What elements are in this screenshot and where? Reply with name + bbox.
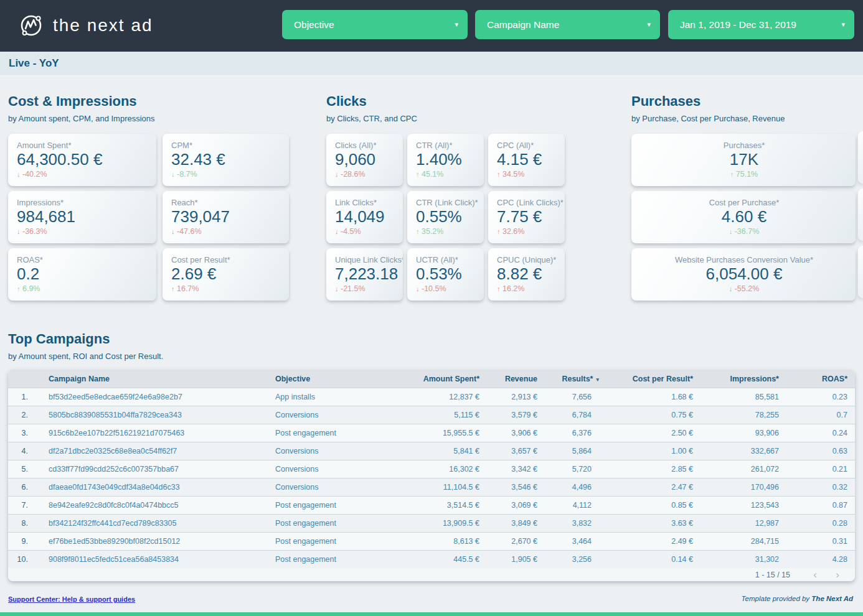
kpi-delta: ↑ 45.1% (416, 170, 476, 179)
row-number: 10. (8, 555, 36, 564)
results-cell: 3,256 (537, 555, 600, 564)
cost-per-result-cell: 0.14 € (600, 555, 693, 564)
pagination-next-icon[interactable]: › (826, 569, 849, 580)
row-number: 4. (8, 447, 36, 455)
kpi-card: CPM*32.43 €↓ -8.7% (163, 134, 289, 186)
date-range-dropdown[interactable]: Jan 1, 2019 - Dec 31, 2019 ▾ (668, 10, 854, 39)
arrow-down-icon: ↓ (729, 285, 733, 292)
table-header-row: Campaign NameObjectiveAmount Spent*Reven… (8, 370, 855, 388)
kpi-value: 8.82 € (497, 265, 557, 283)
campaign-name-cell: df2a71dbc2e0325c68e8ea0c54ff62f7 (36, 447, 267, 455)
campaign-name-cell: bf342124f32ffc441cd7ecd789c83305 (36, 519, 267, 528)
table-body: 1.bf53d2eed5e8edcae659f24e6a98e2b7App in… (8, 388, 855, 568)
table-row: 5.cd33ff77fd99cdd252c6c007357bba67Conver… (8, 460, 855, 478)
arrow-down-icon: ↓ (17, 170, 21, 178)
arrow-down-icon: ↓ (729, 228, 733, 235)
cost-per-result-cell: 3.63 € (600, 519, 693, 528)
objective-cell: Conversions (267, 447, 382, 455)
table-row: 9.ef76be1ed53bbe89290bf08f2cd15012Post e… (8, 532, 855, 550)
roas-cell: 0.31 (779, 537, 855, 546)
cost-per-result-cell: 1.00 € (600, 447, 693, 455)
column-header-objective[interactable]: Objective (267, 375, 382, 383)
impressions-cell: 332,667 (693, 447, 779, 455)
section-subtitle: by Amount spent, CPM, and Impressions (8, 114, 289, 123)
table-row: 8.bf342124f32ffc441cd7ecd789c83305Post e… (8, 514, 855, 532)
column-header-campaign-name[interactable]: Campaign Name (36, 375, 267, 383)
kpi-value: 32.43 € (171, 151, 281, 169)
kpi-delta: ↓ -10.5% (416, 284, 476, 293)
column-header-revenue[interactable]: Revenue (479, 375, 537, 383)
arrow-down-icon: ↓ (335, 285, 339, 292)
amount-spent-cell: 11,104.5 € (382, 483, 479, 492)
campaign-name-cell: 915c6b2ee107b22f51621921d7075463 (36, 429, 267, 437)
kpi-delta: ↓ -21.5% (335, 284, 395, 293)
table-row: 7.8e942eafe92c8d0fc8c0f4a0474bbcc5Post e… (8, 496, 855, 514)
column-header-cost-per-result[interactable]: Cost per Result* (600, 375, 693, 383)
revenue-cell: 1,905 € (479, 555, 537, 564)
column-header-roas[interactable]: ROAS* (779, 375, 855, 383)
kpi-card-grid: Purchases*17K↑ 75.1%Cost per Purchase*4.… (631, 134, 856, 301)
impressions-cell: 93,906 (693, 429, 779, 437)
revenue-cell: 2,670 € (479, 537, 537, 546)
support-center-link[interactable]: Support Center: Help & support guides (8, 595, 135, 603)
table-row: 6.dfaeae0fd1743e049cdf34a8e04d6c33Conver… (8, 478, 855, 496)
revenue-cell: 3,546 € (479, 483, 537, 492)
campaign-name-cell: dfaeae0fd1743e049cdf34a8e04d6c33 (36, 483, 267, 492)
section-subtitle: by Purchase, Cost per Purchase, Revenue (631, 114, 856, 123)
kpi-value: 7.75 € (497, 208, 557, 226)
arrow-up-icon: ↑ (497, 170, 501, 178)
revenue-cell: 3,579 € (479, 411, 537, 419)
kpi-card: Impressions*984,681↓ -36.3% (8, 191, 156, 243)
arrow-up-icon: ↑ (171, 285, 175, 292)
revenue-cell: 3,906 € (479, 429, 537, 437)
column-header-impressions[interactable]: Impressions* (693, 375, 779, 383)
kpi-value: 0.53% (416, 265, 476, 283)
kpi-delta: ↓ -55.2% (640, 284, 848, 293)
revenue-cell: 2,913 € (479, 393, 537, 401)
arrow-down-icon: ↓ (17, 228, 21, 235)
cost-per-result-cell: 2.49 € (600, 537, 693, 546)
kpi-delta: ↑ 35.2% (416, 227, 476, 236)
amount-spent-cell: 13,909.5 € (382, 519, 479, 528)
section-purchases: Purchases by Purchase, Cost per Purchase… (631, 93, 856, 301)
kpi-delta: ↓ -4.5% (335, 227, 395, 236)
table-subtitle: by Amount spent, ROI and Cost per Result… (8, 352, 163, 361)
page-tab-live-yoy[interactable]: Live - YoY (9, 57, 59, 70)
column-header-results[interactable]: Results*▾ (537, 375, 600, 383)
kpi-delta: ↓ -36.7% (640, 227, 848, 236)
objective-cell: Post engagement (267, 501, 382, 510)
pagination-prev-icon[interactable]: ‹ (804, 569, 826, 580)
template-credit-brand: The Next Ad (811, 595, 853, 602)
kpi-label: Impressions* (17, 198, 149, 207)
revenue-cell: 3,069 € (479, 501, 537, 510)
objective-filter-dropdown[interactable]: Objective ▾ (282, 10, 468, 39)
kpi-value: 14,049 (335, 208, 395, 226)
impressions-cell: 261,072 (693, 465, 779, 474)
objective-cell: Post engagement (267, 429, 382, 437)
results-cell: 3,832 (537, 519, 600, 528)
roas-cell: 4.28 (779, 555, 855, 564)
amount-spent-cell: 5,841 € (382, 447, 479, 455)
kpi-value: 0.2 (17, 265, 149, 283)
chevron-down-icon: ▾ (455, 21, 458, 29)
kpi-delta: ↑ 75.1% (640, 170, 848, 179)
objective-cell: Conversions (267, 465, 382, 474)
cost-per-result-cell: 2.47 € (600, 483, 693, 492)
impressions-cell: 31,302 (693, 555, 779, 564)
kpi-value: 7,223.18 (335, 265, 395, 283)
impressions-cell: 85,581 (693, 393, 779, 401)
clipped-card-sliver (858, 189, 863, 241)
column-header-amount-spent[interactable]: Amount Spent* (382, 375, 479, 383)
kpi-card: UCTR (All)*0.53%↓ -10.5% (407, 248, 484, 301)
table-row: 2.5805bc8839085531b04ffa7829cea343Conver… (8, 406, 855, 424)
date-range-label: Jan 1, 2019 - Dec 31, 2019 (680, 19, 796, 30)
section-cost-impressions: Cost & Impressions by Amount spent, CPM,… (8, 93, 289, 301)
campaign-name-cell: bf53d2eed5e8edcae659f24e6a98e2b7 (36, 393, 267, 401)
objective-cell: App installs (267, 393, 382, 401)
table-row: 10.908f9f8011ec5fedc51cea56a8453834Post … (8, 550, 855, 568)
arrow-up-icon: ↑ (497, 285, 501, 292)
table-row: 3.915c6b2ee107b22f51621921d7075463Post e… (8, 424, 855, 442)
campaign-name-filter-label: Campaign Name (487, 19, 559, 30)
campaign-name-filter-dropdown[interactable]: Campaign Name ▾ (475, 10, 660, 39)
campaign-name-cell: cd33ff77fd99cdd252c6c007357bba67 (36, 465, 267, 474)
